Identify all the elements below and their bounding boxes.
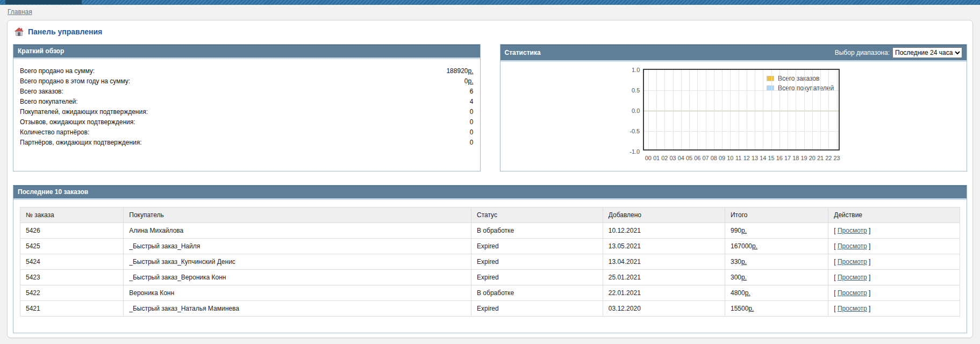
order-total: 990р. xyxy=(725,223,828,239)
y-axis-tick-label: 1.0 xyxy=(625,67,640,73)
x-gridline xyxy=(648,70,649,149)
x-gridline xyxy=(837,70,838,149)
latest-orders-title: Последние 10 заказов xyxy=(18,188,88,196)
x-gridline xyxy=(763,70,763,149)
range-selector: Выбор диапазона: Последние 24 часа xyxy=(835,47,962,58)
order-row: 5425 _Быстрый заказ_Найля Expired 13.05.… xyxy=(20,239,960,254)
latest-orders-body: № заказа Покупатель Статус Добавлено Ито… xyxy=(13,200,967,333)
overview-value: 0 xyxy=(470,107,474,117)
dashboard-panels: Краткий обзор Всего продано на сумму: 18… xyxy=(8,44,972,171)
latest-orders-header: Последние 10 заказов xyxy=(13,185,967,200)
overview-label: Количество партнёров: xyxy=(20,127,89,138)
view-order-link[interactable]: Просмотр xyxy=(838,305,867,312)
col-action: Действие xyxy=(828,207,960,223)
overview-panel-title: Краткий обзор xyxy=(18,47,64,55)
overview-label: Отзывов, ожидающих подтверждения: xyxy=(20,117,135,127)
x-gridline xyxy=(706,70,706,149)
order-added: 03.12.2020 xyxy=(603,301,725,317)
order-row: 5422 Вероника Конн В обработке 22.01.202… xyxy=(20,285,960,301)
order-row: 5426 Алина Михайлова В обработке 10.12.2… xyxy=(20,223,960,239)
legend-label-customers: Всего покупателей xyxy=(778,83,834,93)
x-gridline xyxy=(771,70,772,149)
view-order-link[interactable]: Просмотр xyxy=(838,289,867,297)
overview-row: Всего покупателей: 4 xyxy=(20,97,474,107)
overview-row: Покупателей, ожидающих подтверждения: 0 xyxy=(20,107,474,117)
order-row: 5423 _Быстрый заказ_Вероника Конн Expire… xyxy=(20,270,960,285)
breadcrumb-home-link[interactable]: Главная xyxy=(8,8,32,16)
order-id: 5421 xyxy=(20,301,124,317)
orders-table: № заказа Покупатель Статус Добавлено Ито… xyxy=(20,207,960,317)
x-gridline xyxy=(804,70,805,149)
order-id: 5423 xyxy=(20,270,124,285)
range-select[interactable]: Последние 24 часа xyxy=(892,47,962,58)
order-action: [ Просмотр ] xyxy=(828,301,960,317)
order-added: 10.12.2021 xyxy=(603,223,725,239)
statistics-panel-header: Статистика Выбор диапазона: Последние 24… xyxy=(500,45,967,62)
x-gridline xyxy=(656,70,657,149)
y-axis-tick-label: 0.5 xyxy=(625,87,640,94)
overview-label: Партнёров, ожидающих подтверждения: xyxy=(20,138,142,148)
x-gridline xyxy=(714,70,714,149)
order-status: Expired xyxy=(471,301,603,317)
order-status: Expired xyxy=(471,270,603,285)
order-customer: _Быстрый заказ_Вероника Конн xyxy=(124,270,471,285)
page-heading: Панель управления xyxy=(8,20,972,44)
orders-header-row: № заказа Покупатель Статус Добавлено Ито… xyxy=(20,207,960,223)
overview-value: 0 xyxy=(470,117,474,127)
order-status: В обработке xyxy=(471,223,603,239)
y-axis-tick-label: -1.0 xyxy=(625,148,640,155)
overview-label: Всего продано на сумму: xyxy=(20,66,95,76)
view-order-link[interactable]: Просмотр xyxy=(838,227,867,234)
x-gridline xyxy=(681,70,682,149)
breadcrumb: Главная xyxy=(0,5,980,20)
statistics-panel: Статистика Выбор диапазона: Последние 24… xyxy=(500,44,968,171)
x-gridline xyxy=(828,70,829,149)
col-order-id: № заказа xyxy=(20,207,124,223)
overview-panel-header: Краткий обзор xyxy=(13,45,480,59)
overview-value: 6 xyxy=(470,87,474,97)
chart-plot-area: Всего заказов Всего покупателей xyxy=(643,69,840,150)
order-status: В обработке xyxy=(471,285,603,301)
x-gridline xyxy=(730,70,731,149)
topbar-accent-block xyxy=(5,0,82,4)
order-added: 22.01.2021 xyxy=(603,285,725,301)
overview-label: Всего заказов: xyxy=(20,87,63,97)
x-gridline xyxy=(820,70,821,149)
overview-label: Всего покупателей: xyxy=(20,97,78,107)
order-added: 13.04.2021 xyxy=(603,254,725,270)
y-axis-tick-label: 0.0 xyxy=(625,108,640,114)
x-gridline xyxy=(739,70,739,149)
order-customer: _Быстрый заказ_Наталья Маминева xyxy=(124,301,471,317)
order-total: 15500р. xyxy=(725,301,828,317)
order-added: 13.05.2021 xyxy=(603,239,725,254)
overview-row: Количество партнёров: 0 xyxy=(20,127,474,138)
col-total: Итого xyxy=(725,207,828,223)
x-axis-tick-label: 23 xyxy=(831,155,843,161)
overview-label: Покупателей, ожидающих подтверждения: xyxy=(20,107,148,117)
order-action: [ Просмотр ] xyxy=(828,285,960,301)
order-total: 300р. xyxy=(725,270,828,285)
view-order-link[interactable]: Просмотр xyxy=(838,242,867,250)
x-gridline xyxy=(796,70,796,149)
view-order-link[interactable]: Просмотр xyxy=(838,258,867,266)
x-gridline xyxy=(664,70,665,149)
chart-legend: Всего заказов Всего покупателей xyxy=(764,73,836,94)
order-row: 5424 _Быстрый заказ_Купчинский Денис Exp… xyxy=(20,254,960,270)
order-id: 5424 xyxy=(20,254,124,270)
overview-value: 0 xyxy=(470,138,474,148)
range-label: Выбор диапазона: xyxy=(835,49,890,57)
overview-label: Всего продано в этом году на сумму: xyxy=(20,76,130,87)
x-gridline xyxy=(755,70,755,149)
order-row: 5421 _Быстрый заказ_Наталья Маминева Exp… xyxy=(20,301,960,317)
order-customer: _Быстрый заказ_Купчинский Денис xyxy=(124,254,471,270)
x-gridline xyxy=(689,70,690,149)
view-order-link[interactable]: Просмотр xyxy=(838,274,867,281)
order-total: 167000р. xyxy=(725,239,828,254)
order-customer: Алина Михайлова xyxy=(124,223,471,239)
y-axis-tick-label: -0.5 xyxy=(625,128,640,134)
x-gridline xyxy=(788,70,788,149)
order-customer: _Быстрый заказ_Найля xyxy=(124,239,471,254)
statistics-chart: Всего заказов Всего покупателей 1.00.50.… xyxy=(625,69,842,163)
order-action: [ Просмотр ] xyxy=(828,270,960,285)
statistics-panel-title: Статистика xyxy=(505,49,541,57)
